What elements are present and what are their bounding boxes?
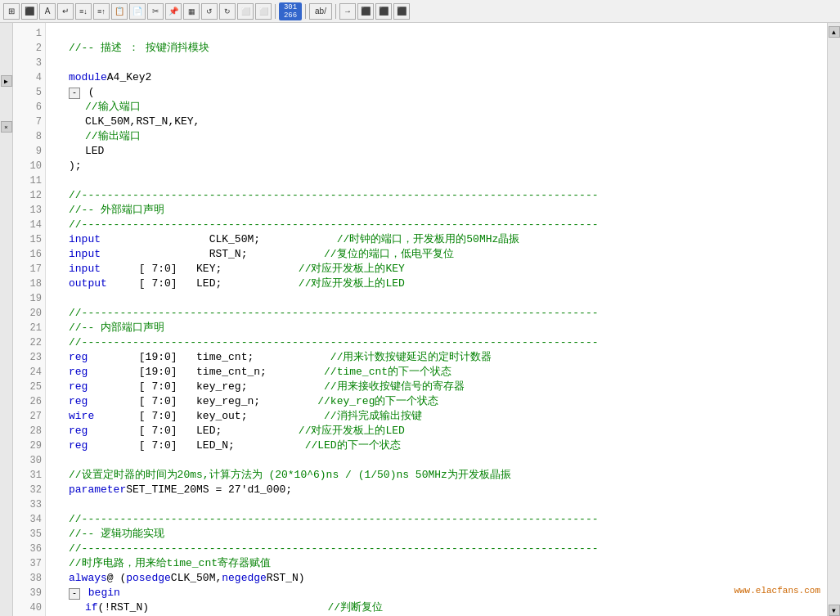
tb-btn-9[interactable]: ✂ — [147, 3, 164, 20]
code-token: //LED的下一个状态 — [235, 438, 401, 453]
code-token: [19:0] time_cnt_n; — [88, 365, 266, 380]
code-token: reg — [52, 365, 88, 380]
toolbar: ⊞ ⬛ A ↵ ≡↓ ≡↑ 📋 📄 ✂ 📌 ▦ ↺ ↻ ⬜ ⬜ 301266 a… — [0, 0, 840, 23]
toolbar-separator-2 — [305, 4, 306, 19]
code-token: //对应开发板上的KEY — [222, 262, 405, 277]
tb-btn-5[interactable]: ≡↓ — [75, 3, 92, 20]
code-token: [ 7:0] key_reg; — [88, 380, 247, 394]
tb-btn-2[interactable]: ⬛ — [21, 3, 38, 20]
code-token: reg — [52, 380, 88, 394]
tb-btn-12[interactable]: ↺ — [201, 3, 218, 20]
tb-btn-1[interactable]: ⊞ — [3, 3, 20, 20]
line-numbers: 1 2 3 4 5 6 7 8 9 10 11 12 13 14 15 16 1… — [13, 23, 46, 616]
code-line — [52, 291, 820, 306]
code-line: //输入端口 — [52, 100, 820, 115]
code-token: [ 7:0] LED; — [107, 277, 222, 291]
code-line: reg [19:0] time_cnt_n; //time_cnt的下一个状态 — [52, 365, 820, 380]
code-token: [ 7:0] LED_N; — [88, 438, 234, 453]
code-token: - ( — [52, 85, 95, 100]
tb-btn-ab[interactable]: ab/ — [309, 3, 332, 20]
tb-btn-18[interactable]: ⬛ — [375, 3, 392, 20]
left-panel-btn-1[interactable]: ▶ — [1, 75, 12, 87]
code-line: input [ 7:0] KEY; //对应开发板上的KEY — [52, 262, 820, 277]
code-line: - ( — [52, 85, 820, 100]
code-token: A4_Key2 — [107, 70, 152, 85]
code-token: posedge — [126, 571, 171, 586]
tb-btn-17[interactable]: ⬛ — [357, 3, 374, 20]
code-line: parameter SET_TIME_20MS = 27'd1_000; — [52, 483, 820, 497]
tb-btn-8[interactable]: 📄 — [129, 3, 146, 20]
code-line: //--------------------------------------… — [52, 335, 820, 350]
line-badge: 301266 — [279, 2, 302, 20]
tb-btn-14[interactable]: ⬜ — [237, 3, 254, 20]
code-line: if (!RST_N) //判断复位 — [52, 600, 820, 615]
tb-btn-19[interactable]: ⬛ — [393, 3, 410, 20]
code-line: input RST_N; //复位的端口，低电平复位 — [52, 247, 820, 262]
code-token: //-- 描述 ： 按键消抖模块 — [52, 41, 209, 56]
code-token: //-- 内部端口声明 — [52, 321, 164, 335]
code-line: //设置定时器的时间为20ms,计算方法为 (20*10^6)ns / (1/5… — [52, 468, 820, 483]
code-line: //时序电路，用来给time_cnt寄存器赋值 — [52, 556, 820, 571]
code-line: reg [ 7:0] LED_N; //LED的下一个状态 — [52, 438, 820, 453]
toolbar-separator-3 — [335, 4, 336, 19]
code-token: //key_reg的下一个状态 — [260, 394, 438, 409]
code-token: CLK_50M,RST_N,KEY, — [52, 115, 200, 129]
tb-btn-6[interactable]: ≡↑ — [93, 3, 110, 20]
scroll-up-btn[interactable]: ▲ — [829, 26, 840, 38]
code-line: module A4_Key2 — [52, 70, 820, 85]
editor-container: ▶ × 1 2 3 4 5 6 7 8 9 10 11 12 13 14 15 … — [0, 23, 840, 616]
code-line: wire [ 7:0] key_out; //消抖完成输出按键 — [52, 409, 820, 424]
tb-btn-16[interactable]: → — [339, 3, 356, 20]
left-panel-btn-2[interactable]: × — [1, 121, 12, 133]
code-token: //时序电路，用来给time_cnt寄存器赋值 — [52, 556, 271, 571]
code-line: input CLK_50M; //时钟的端口，开发板用的50MHz晶振 — [52, 232, 820, 247]
code-line: //输出端口 — [52, 129, 820, 144]
code-line: reg [ 7:0] key_reg_n; //key_reg的下一个状态 — [52, 394, 820, 409]
code-token: output — [52, 277, 107, 291]
code-line: LED — [52, 144, 820, 159]
scroll-down-btn[interactable]: ▼ — [829, 605, 840, 616]
code-line: //--------------------------------------… — [52, 306, 820, 321]
code-token: ); — [52, 159, 82, 173]
code-token: parameter — [52, 483, 126, 497]
tb-btn-7[interactable]: 📋 — [111, 3, 128, 20]
code-line: reg [ 7:0] LED; //对应开发板上的LED — [52, 424, 820, 438]
code-line — [52, 453, 820, 468]
tb-btn-4[interactable]: ↵ — [57, 3, 74, 20]
code-token: //对应开发板上的LED — [222, 424, 405, 438]
tb-btn-3[interactable]: A — [39, 3, 56, 20]
logo: www.elacfans.com — [730, 585, 824, 596]
tb-btn-15[interactable]: ⬜ — [255, 3, 272, 20]
tb-btn-10[interactable]: 📌 — [165, 3, 182, 20]
fold-marker-39[interactable]: - — [69, 588, 80, 600]
code-token: module — [52, 70, 107, 85]
code-token: LED — [52, 144, 104, 159]
code-token: SET_TIME_20MS = 27'd1_000; — [126, 483, 292, 497]
code-token: input — [52, 247, 101, 262]
code-token: //--------------------------------------… — [52, 512, 599, 527]
code-token: //--------------------------------------… — [52, 335, 599, 350]
code-token: always — [52, 571, 107, 586]
right-panel: ▲ ▼ — [827, 23, 840, 616]
code-token: //--------------------------------------… — [52, 218, 599, 232]
code-line: - begin — [52, 586, 820, 600]
code-line: //-- 描述 ： 按键消抖模块 — [52, 41, 820, 56]
code-token: [ 7:0] LED; — [88, 424, 222, 438]
tb-btn-13[interactable]: ↻ — [219, 3, 236, 20]
code-token: ( — [88, 86, 95, 98]
code-token: //用来计数按键延迟的定时计数器 — [254, 350, 492, 365]
code-area[interactable]: //-- 描述 ： 按键消抖模块 module A4_Key2 - ( //输入… — [46, 23, 827, 616]
code-token: input — [52, 232, 101, 247]
fold-marker-5[interactable]: - — [69, 88, 80, 99]
code-token: //判断复位 — [149, 600, 383, 615]
code-line — [52, 56, 820, 70]
code-token: //--------------------------------------… — [52, 188, 599, 203]
code-token: reg — [52, 424, 88, 438]
code-token: [ 7:0] key_out; — [94, 409, 247, 424]
code-line: CLK_50M,RST_N,KEY, — [52, 115, 820, 129]
code-token: //时钟的端口，开发板用的50MHz晶振 — [260, 232, 519, 247]
code-line: //-- 逻辑功能实现 — [52, 527, 820, 542]
tb-btn-11[interactable]: ▦ — [183, 3, 200, 20]
code-token: //对应开发板上的LED — [222, 277, 405, 291]
code-token: CLK_50M, — [171, 571, 222, 586]
